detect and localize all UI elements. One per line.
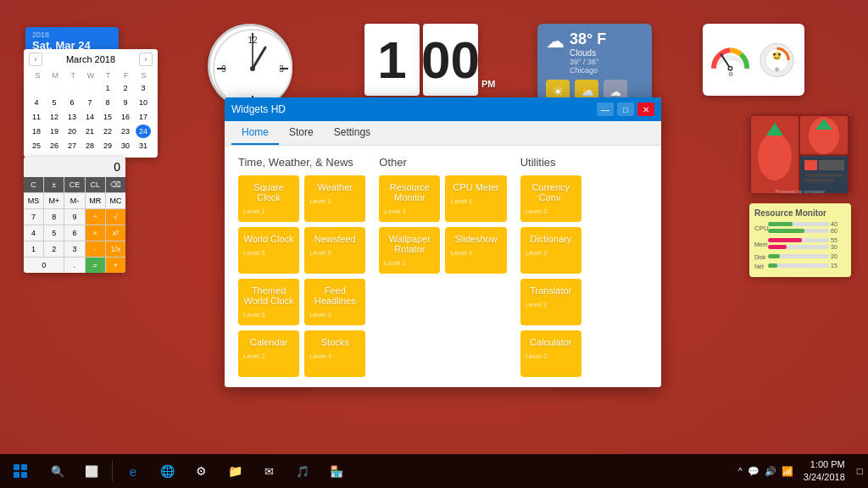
calc-btn-6[interactable]: 6 bbox=[64, 225, 84, 241]
calc-btn-5[interactable]: 5 bbox=[44, 225, 64, 241]
action-center-icon[interactable]: □ bbox=[852, 465, 868, 477]
widget-card-resource-monitor[interactable]: Resource Monitor Level 1 bbox=[379, 175, 440, 222]
calc-btn-sub[interactable]: - bbox=[86, 241, 105, 257]
calendar-next-btn[interactable]: › bbox=[139, 53, 153, 66]
calc-display: 0 bbox=[24, 157, 125, 177]
tray-icons: ^ 💬 🔊 📶 bbox=[735, 466, 797, 477]
taskbar-clock[interactable]: 1:00 PM 3/24/2018 bbox=[797, 458, 852, 485]
svg-text:12: 12 bbox=[248, 36, 258, 45]
calc-btn-eq[interactable]: = bbox=[86, 258, 105, 273]
calc-btn-sq[interactable]: x² bbox=[106, 225, 125, 241]
task-view-button[interactable]: ⬜ bbox=[75, 454, 108, 488]
nav-tab-home[interactable]: Home bbox=[231, 121, 279, 145]
resource-disk-bars: 20 bbox=[768, 253, 846, 260]
search-button[interactable]: 🔍 bbox=[41, 454, 75, 488]
window-titlebar[interactable]: Widgets HD — □ ✕ bbox=[225, 97, 661, 121]
nav-tab-settings[interactable]: Settings bbox=[324, 121, 381, 145]
speedometer-gauge: ⚙ bbox=[709, 39, 751, 81]
window-close-btn[interactable]: ✕ bbox=[637, 103, 654, 116]
window-title: Widgets HD bbox=[231, 103, 597, 115]
tray-message-icon[interactable]: 💬 bbox=[748, 466, 760, 477]
calc-btn-7[interactable]: 7 bbox=[24, 209, 43, 225]
taskbar-chrome-icon[interactable]: 🌐 bbox=[150, 454, 184, 488]
clock-face: 12 3 6 9 bbox=[208, 24, 292, 108]
category-utilities: Utilities Currency Conv. Level 2 Diction… bbox=[520, 156, 648, 377]
category-utilities-grid: Currency Conv. Level 2 Dictionary Level … bbox=[520, 175, 648, 377]
widget-card-world-clock[interactable]: World Clock Level 5 bbox=[238, 227, 299, 274]
widget-card-weather[interactable]: Weather Level 1 bbox=[304, 175, 365, 222]
widget-card-currency[interactable]: Currency Conv. Level 2 bbox=[520, 175, 581, 222]
svg-rect-32 bbox=[804, 174, 843, 177]
calc-btn-add[interactable]: + bbox=[106, 258, 125, 273]
category-other-grid: Resource Monitor Level 1 CPU Meter Level… bbox=[379, 175, 506, 274]
calendar-nav: ‹ March 2018 › bbox=[24, 49, 158, 69]
photo-image: Powered by computer bbox=[749, 114, 851, 195]
window-minimize-btn[interactable]: — bbox=[597, 103, 614, 116]
calc-btn-ce[interactable]: CE bbox=[64, 177, 84, 192]
second-gauge: ⚙ bbox=[756, 39, 798, 81]
window-maximize-btn[interactable]: □ bbox=[617, 103, 634, 116]
widget-card-slideshow[interactable]: Slideshow Level 1 bbox=[445, 227, 506, 274]
widget-card-themed-world-clock[interactable]: Themed World Clock Level 5 bbox=[238, 279, 299, 325]
tray-expand-icon[interactable]: ^ bbox=[738, 467, 743, 476]
taskbar-settings-icon[interactable]: ⚙ bbox=[184, 454, 218, 488]
clock-date: 3/24/2018 bbox=[804, 471, 845, 484]
calc-btn-sqrt[interactable]: √ bbox=[106, 209, 125, 225]
calc-btn-dot[interactable]: . bbox=[64, 258, 84, 273]
calc-btn-1[interactable]: 1 bbox=[24, 241, 43, 257]
calc-btn-0[interactable]: 0 bbox=[24, 258, 64, 273]
svg-text:Powered by computer: Powered by computer bbox=[776, 189, 825, 194]
svg-rect-30 bbox=[804, 160, 817, 170]
calendar-widget: ‹ March 2018 › S M T W T F S 1 2 3 4 5 6… bbox=[24, 49, 158, 158]
nav-tab-store[interactable]: Store bbox=[279, 121, 324, 145]
widget-card-feed-headlines[interactable]: Feed Headlines Level 2 bbox=[304, 279, 365, 325]
calc-button-grid: C ± CE CL ⌫ MS M+ M- MR MC 7 8 9 ÷ √ 4 5… bbox=[24, 177, 125, 273]
widget-card-cpu-meter[interactable]: CPU Meter Level 1 bbox=[445, 175, 506, 222]
calc-btn-cl[interactable]: CL bbox=[86, 177, 105, 192]
tray-volume-icon[interactable]: 🔊 bbox=[765, 466, 776, 477]
calc-btn-mplus[interactable]: M+ bbox=[44, 193, 64, 208]
calc-btn-c[interactable]: C bbox=[24, 177, 43, 192]
widget-card-dictionary[interactable]: Dictionary Level 2 bbox=[520, 227, 581, 274]
start-button[interactable] bbox=[0, 454, 41, 488]
tray-network-icon[interactable]: 📶 bbox=[782, 466, 793, 477]
calc-btn-mr[interactable]: MR bbox=[86, 193, 105, 208]
calc-btn-ms[interactable]: MS bbox=[24, 193, 43, 208]
digital-clock-ampm: PM bbox=[481, 79, 496, 89]
calc-btn-mminus[interactable]: M- bbox=[64, 193, 84, 208]
calc-btn-backspace[interactable]: ⌫ bbox=[106, 177, 125, 192]
calc-btn-div[interactable]: ÷ bbox=[86, 209, 105, 225]
window-nav: Home Store Settings bbox=[225, 121, 661, 146]
taskbar-edge-icon[interactable]: e bbox=[116, 454, 150, 488]
calc-btn-inv[interactable]: 1/x bbox=[106, 241, 125, 257]
taskbar-media-icon[interactable]: 🎵 bbox=[286, 454, 320, 488]
calc-btn-9[interactable]: 9 bbox=[64, 209, 84, 225]
resource-disk-row: Disk 20 bbox=[754, 253, 846, 260]
calendar-grid: S M T W T F S 1 2 3 4 5 6 7 8 9 10 11 bbox=[24, 69, 158, 158]
calc-btn-2[interactable]: 2 bbox=[44, 241, 64, 257]
calc-btn-plusminus[interactable]: ± bbox=[44, 177, 64, 192]
taskbar-folder-icon[interactable]: 📁 bbox=[218, 454, 252, 488]
widgets-hd-window: Widgets HD — □ ✕ Home Store Settings Tim… bbox=[225, 97, 661, 387]
widget-card-calendar[interactable]: Calendar Level 2 bbox=[238, 330, 299, 377]
widget-card-wallpaper-rotator[interactable]: Wallpaper Rotator Level 1 bbox=[379, 227, 440, 274]
calc-btn-mc[interactable]: MC bbox=[106, 193, 125, 208]
calculator-widget: 0 C ± CE CL ⌫ MS M+ M- MR MC 7 8 9 ÷ √ 4… bbox=[24, 157, 125, 273]
taskbar: 🔍 ⬜ e 🌐 ⚙ 📁 ✉ 🎵 🏪 ^ 💬 🔊 📶 1:00 PM 3/24/2… bbox=[0, 454, 868, 488]
calc-btn-4[interactable]: 4 bbox=[24, 225, 43, 241]
photo-widget: Powered by computer bbox=[749, 114, 851, 195]
taskbar-mail-icon[interactable]: ✉ bbox=[252, 454, 286, 488]
category-time-grid: Square Clock Level 1 Weather Level 1 Wor… bbox=[238, 175, 365, 377]
widget-card-translator[interactable]: Translator Level 2 bbox=[520, 279, 581, 325]
widget-card-stocks[interactable]: Stocks Level 3 bbox=[304, 330, 365, 377]
widget-card-calculator[interactable]: Calculator Level 2 bbox=[520, 330, 581, 377]
calc-btn-3[interactable]: 3 bbox=[64, 241, 84, 257]
svg-point-20 bbox=[778, 53, 781, 55]
calc-btn-mul[interactable]: × bbox=[86, 225, 105, 241]
calc-btn-8[interactable]: 8 bbox=[44, 209, 64, 225]
widget-card-newsfeed[interactable]: Newsfeed Level 5 bbox=[304, 227, 365, 274]
calendar-prev-btn[interactable]: ‹ bbox=[29, 53, 42, 66]
widget-card-square-clock[interactable]: Square Clock Level 1 bbox=[238, 175, 299, 222]
taskbar-store-icon[interactable]: 🏪 bbox=[320, 454, 353, 488]
date-year: 2018 bbox=[32, 30, 112, 39]
